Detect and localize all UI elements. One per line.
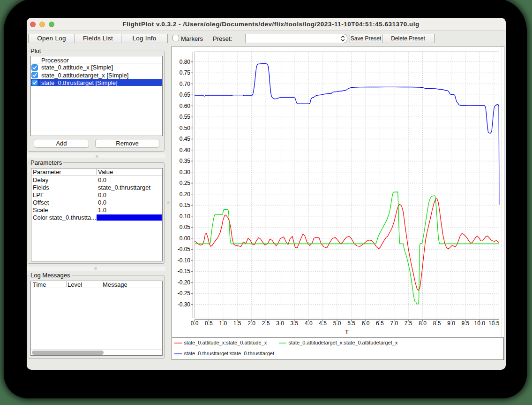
svg-text:8.5: 8.5: [433, 320, 441, 327]
svg-text:0.00: 0.00: [180, 235, 191, 242]
svg-text:3.5: 3.5: [291, 320, 299, 327]
svg-text:7.0: 7.0: [390, 320, 398, 327]
svg-text:-0.15: -0.15: [178, 268, 191, 275]
svg-text:0.80: 0.80: [180, 59, 191, 65]
svg-text:2.0: 2.0: [247, 320, 255, 327]
svg-text:0.5: 0.5: [205, 320, 213, 327]
svg-text:T: T: [345, 329, 349, 336]
svg-text:6.0: 6.0: [362, 320, 370, 327]
svg-text:2.5: 2.5: [262, 320, 270, 327]
svg-text:7.5: 7.5: [405, 320, 412, 327]
svg-text:0.20: 0.20: [180, 191, 191, 198]
svg-text:-0.20: -0.20: [178, 279, 191, 286]
svg-text:0.70: 0.70: [180, 81, 191, 87]
svg-text:10.0: 10.0: [474, 320, 486, 327]
svg-text:-0.25: -0.25: [178, 290, 191, 297]
svg-text:0.10: 0.10: [180, 213, 191, 220]
svg-text:3.0: 3.0: [276, 320, 284, 327]
svg-text:0.30: 0.30: [180, 169, 191, 176]
svg-text:0.0: 0.0: [191, 320, 199, 327]
svg-text:9.0: 9.0: [447, 320, 455, 327]
svg-text:0.75: 0.75: [180, 69, 191, 76]
svg-text:0.65: 0.65: [180, 92, 191, 98]
svg-text:0.35: 0.35: [180, 158, 191, 164]
svg-text:-0.30: -0.30: [178, 301, 191, 308]
svg-text:1.0: 1.0: [219, 320, 227, 327]
svg-text:0.25: 0.25: [180, 180, 191, 186]
svg-text:5.0: 5.0: [333, 320, 341, 327]
svg-text:0.50: 0.50: [180, 125, 191, 131]
svg-text:4.5: 4.5: [319, 320, 327, 327]
svg-text:8.0: 8.0: [419, 320, 427, 327]
svg-text:0.55: 0.55: [180, 114, 191, 120]
svg-text:5.5: 5.5: [347, 320, 355, 327]
svg-text:-0.10: -0.10: [178, 257, 191, 264]
svg-text:0.05: 0.05: [180, 224, 191, 230]
svg-text:4.0: 4.0: [305, 320, 313, 327]
svg-text:1.5: 1.5: [233, 320, 241, 327]
svg-text:0.45: 0.45: [180, 136, 191, 142]
svg-text:-0.05: -0.05: [178, 246, 191, 252]
svg-text:6.5: 6.5: [376, 320, 384, 327]
svg-text:9.5: 9.5: [462, 320, 470, 327]
svg-text:0.60: 0.60: [180, 103, 191, 109]
svg-text:0.40: 0.40: [180, 147, 191, 153]
svg-text:0.15: 0.15: [180, 202, 191, 208]
svg-text:10.5: 10.5: [488, 320, 500, 327]
